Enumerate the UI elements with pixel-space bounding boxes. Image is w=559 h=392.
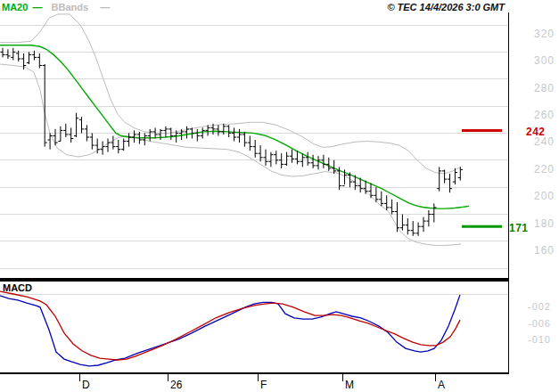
price-axis-label: 160 <box>513 244 555 257</box>
month-tick-label: 26 <box>170 379 182 391</box>
macd-panel-label: MACD <box>3 282 32 293</box>
ma20-legend-swatch: — <box>30 2 41 12</box>
price-axis-label: 180 <box>513 217 555 230</box>
ma20-legend-label: MA20 <box>2 2 28 12</box>
month-tick-label: A <box>438 379 445 391</box>
month-tick-label: F <box>260 379 267 391</box>
copyright-text: © TEC 14/4/2026 3:0 GMT <box>387 2 505 12</box>
month-tick <box>435 374 436 381</box>
chart-legend: MA20 — BBands — <box>2 2 109 12</box>
price-axis-label: 220 <box>513 163 555 176</box>
price-axis-label: 240 <box>513 135 555 148</box>
month-tick <box>342 374 343 381</box>
price-axis-label: 320 <box>513 28 555 40</box>
month-tick <box>258 374 259 381</box>
macd-axis-label: -006 <box>513 318 551 329</box>
bottom-axis-line <box>0 372 509 374</box>
bbands-legend-label: BBands <box>52 2 89 12</box>
month-tick <box>79 374 80 381</box>
macd-chart <box>0 281 559 392</box>
price-chart <box>0 0 559 279</box>
price-axis-label: 200 <box>513 190 555 202</box>
month-tick-label: D <box>82 379 90 391</box>
month-tick-label: M <box>345 379 354 391</box>
price-axis-label: 260 <box>513 109 555 121</box>
bbands-legend-swatch: — <box>98 2 109 12</box>
macd-axis-label: -002 <box>513 301 551 312</box>
stock-chart-window: MA20 — BBands — © TEC 14/4/2026 3:0 GMT … <box>0 0 559 392</box>
price-axis-label: 280 <box>513 82 555 94</box>
macd-axis-label: -010 <box>513 334 551 345</box>
right-axis-border <box>508 12 509 372</box>
month-tick <box>168 374 169 381</box>
price-axis-label: 300 <box>513 54 555 67</box>
panel-separator <box>0 278 509 282</box>
